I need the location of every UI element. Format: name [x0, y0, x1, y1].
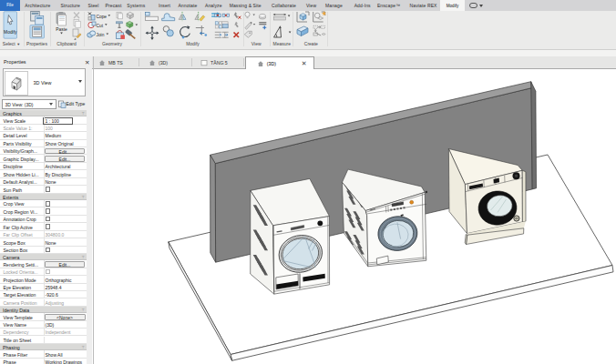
svg-text:Cut: Cut — [97, 24, 104, 28]
svg-text:Join: Join — [97, 33, 105, 37]
svg-text:Paste: Paste — [56, 27, 67, 32]
svg-text:Cope: Cope — [97, 15, 108, 19]
svg-text:Modify: Modify — [4, 30, 17, 35]
